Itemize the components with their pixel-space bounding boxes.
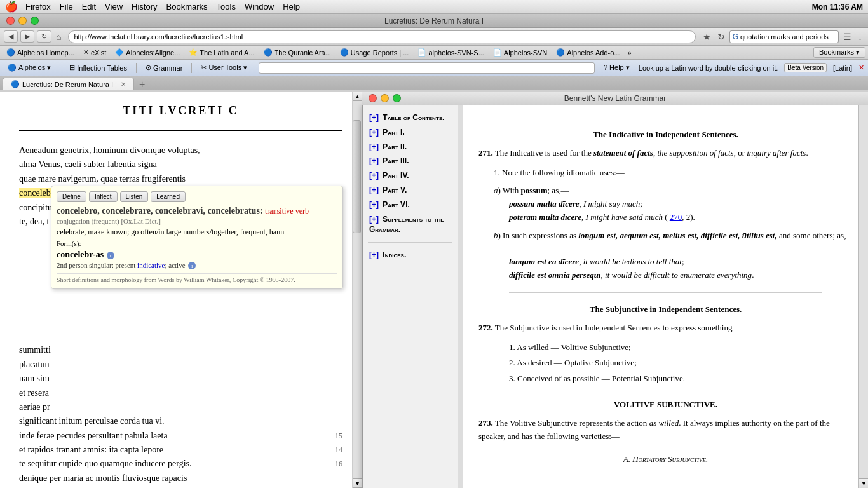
info-icon[interactable]: i: [107, 252, 114, 259]
grammar-button[interactable]: ⊙ Grammar: [142, 62, 186, 73]
menu-history[interactable]: History: [132, 2, 157, 11]
right-scroll-down[interactable]: ▼: [859, 478, 868, 488]
bookmark-quranic[interactable]: 🔵 The Quranic Ara...: [260, 48, 335, 57]
toc-plus-icon: [+]: [369, 156, 379, 165]
menu-firefox[interactable]: Firefox: [25, 2, 51, 11]
subjunctive-list: 1. As willed — Volitive Subjunctive; 2. …: [509, 341, 853, 386]
latin-example: possum multa dīcere: [509, 199, 580, 208]
help-button[interactable]: ? Help ▾: [600, 62, 634, 73]
scroll-thumb[interactable]: [353, 120, 361, 233]
maximize-button[interactable]: [31, 17, 39, 25]
grammar-minimize-button[interactable]: [381, 94, 389, 102]
toc-panel: [+] Table of Contents. [+] Part I. [+] P…: [363, 105, 458, 488]
toc-plus-icon: [+]: [369, 142, 379, 151]
inflect-button[interactable]: Inflect: [89, 191, 118, 202]
info-icon2[interactable]: i: [188, 262, 196, 269]
translation: it would be tedious to tell that: [583, 257, 682, 266]
menu-window[interactable]: Window: [245, 2, 274, 11]
grammar-maximize-button[interactable]: [393, 94, 401, 102]
menu-tools[interactable]: Tools: [217, 2, 236, 11]
bookmarks-overflow[interactable]: »: [625, 49, 634, 57]
grammar-ref-link[interactable]: 270: [670, 212, 682, 222]
refresh-icon[interactable]: ↻: [715, 32, 727, 42]
bookmark-label: The Quranic Ara...: [275, 49, 331, 57]
url-bar[interactable]: [68, 30, 695, 43]
toolbar-search-input[interactable]: [259, 62, 595, 74]
back-button[interactable]: ◀: [4, 30, 18, 43]
word-popup: Define Inflect Listen Learned concelebro…: [51, 186, 343, 289]
toc-item-indices[interactable]: [+] Indices.: [368, 248, 452, 262]
toc-label: Part V.: [383, 186, 407, 194]
tab-favicon: 🔵: [11, 80, 20, 88]
menu-view[interactable]: View: [105, 2, 123, 11]
form-info: 2nd person singular; present indicative;…: [57, 261, 337, 269]
bookmark-exist[interactable]: ✕ eXist: [79, 48, 110, 57]
list-item: 3. Conceived of as possible — Potential …: [509, 372, 853, 386]
apple-menu[interactable]: 🍎: [5, 1, 18, 13]
bookmark-latin[interactable]: ⭐ The Latin and A...: [185, 48, 258, 57]
user-tools-button[interactable]: ✂ User Tools ▾: [197, 62, 251, 73]
learned-button[interactable]: Learned: [151, 191, 186, 202]
menu-icon[interactable]: ☰: [841, 32, 853, 42]
toc-label: Part VI.: [383, 200, 409, 209]
alpheios-logo: 🔵: [8, 64, 17, 72]
user-tools-icon: ✂: [201, 64, 207, 72]
toc-item-5[interactable]: [+] Part V.: [368, 183, 452, 198]
latin-line: nam sim: [19, 372, 342, 386]
home-icon[interactable]: ⌂: [54, 32, 63, 42]
bookmark-aligne[interactable]: 🔷 Alpheios:Aligne...: [111, 48, 184, 57]
latin-line: inde ferae pecudes persultant pabula lae…: [19, 429, 342, 443]
downloads-icon[interactable]: ↓: [856, 32, 864, 42]
right-scrollbar[interactable]: ▲ ▼: [858, 92, 868, 488]
inflection-tables-button[interactable]: ⊞ Inflection Tables: [65, 62, 131, 73]
toolbar-close-icon[interactable]: ✕: [858, 64, 864, 72]
latin-line: alma Venus, caeli subter labentia signa: [19, 158, 342, 172]
line-text: aeriae pr: [19, 400, 50, 414]
scroll-track[interactable]: [353, 101, 362, 478]
alpheios-menu[interactable]: 🔵 Alpheios ▾: [4, 62, 55, 73]
grammar-title: Bennett's New Latin Grammar: [564, 94, 666, 103]
line-text: concipitu: [19, 201, 52, 215]
translation: I might say much: [583, 199, 640, 208]
menu-help[interactable]: Help: [283, 2, 300, 11]
toc-item-3[interactable]: [+] Part III.: [368, 154, 452, 168]
bookmark-svn[interactable]: 📄 Alpheios-SVN: [489, 48, 551, 57]
bookmark-alpheios[interactable]: 🔵 Alpheios Homep...: [3, 48, 78, 57]
grammar-close-button[interactable]: [369, 94, 377, 102]
menu-bookmarks[interactable]: Bookmarks: [166, 2, 208, 11]
bookmark-addon[interactable]: 🔵 Alpheios Add-o...: [552, 48, 623, 57]
bookmark-star-icon[interactable]: ★: [701, 32, 713, 42]
menu-edit[interactable]: Edit: [82, 2, 96, 11]
toc-item-4[interactable]: [+] Part IV.: [368, 168, 452, 183]
line-text: et rapidos tranant amnis: ita capta lepo…: [19, 443, 163, 457]
section-divider: [509, 292, 822, 293]
toc-item-2[interactable]: [+] Part II.: [368, 140, 452, 154]
indicative-link[interactable]: indicative: [137, 261, 165, 269]
reload-button[interactable]: ↻: [37, 30, 51, 43]
latin-line: et rapidos tranant amnis: ita capta lepo…: [19, 443, 342, 457]
menu-file[interactable]: File: [60, 2, 73, 11]
tab-lucretius[interactable]: 🔵 Lucretius: De Rerum Natura I ✕: [3, 78, 134, 90]
toc-item-6[interactable]: [+] Part VI.: [368, 198, 452, 212]
example-1: possum multa dīcere, I might say much;: [509, 198, 853, 211]
tab-close-icon[interactable]: ✕: [121, 81, 126, 88]
search-bar[interactable]: [740, 33, 836, 41]
scroll-down-button[interactable]: ▼: [353, 478, 362, 488]
listen-button[interactable]: Listen: [120, 191, 149, 202]
para-num: 272.: [478, 323, 493, 332]
bookmark-svn-s[interactable]: 📄 alpheios-SVN-S...: [414, 48, 487, 57]
latin-scrollbar[interactable]: ▲ ▼: [352, 92, 362, 488]
toc-item-1[interactable]: [+] Part I.: [368, 125, 452, 140]
bookmarks-button[interactable]: Bookmarks ▾: [813, 47, 865, 58]
bookmark-usage[interactable]: 🔵 Usage Reports | ...: [336, 48, 413, 57]
bookmark-label: The Latin and A...: [200, 49, 254, 57]
new-tab-button[interactable]: +: [134, 79, 150, 90]
scroll-up-button[interactable]: ▲: [353, 92, 362, 101]
minimize-button[interactable]: [18, 17, 27, 25]
toc-item-toc[interactable]: [+] Table of Contents.: [368, 111, 452, 125]
define-button[interactable]: Define: [57, 191, 86, 202]
toc-item-supplements[interactable]: [+] Supplements to the Grammar.: [368, 212, 452, 238]
line-text: te sequitur cupide quo quamque inducere …: [19, 457, 192, 471]
forward-button[interactable]: ▶: [20, 30, 34, 43]
close-button[interactable]: [6, 17, 15, 25]
